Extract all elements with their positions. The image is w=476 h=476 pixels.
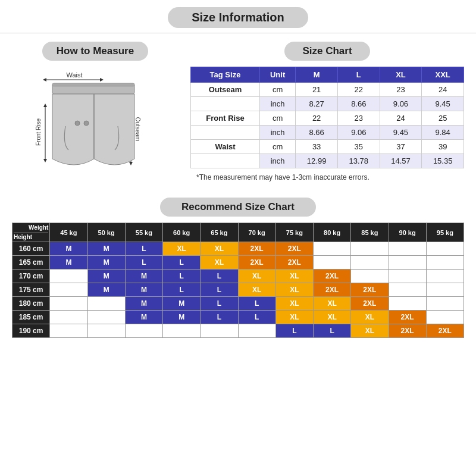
svg-rect-14: [52, 83, 134, 86]
table-row: inch8.669.069.459.84: [191, 126, 464, 140]
size-cell: [201, 324, 238, 338]
svg-text:Front Rise: Front Rise: [35, 118, 42, 146]
height-cell: 185 cm: [12, 311, 50, 324]
value-l: 8.66: [337, 97, 380, 111]
svg-point-16: [84, 121, 89, 126]
weight-header-cell: 70 kg: [238, 223, 275, 242]
measurement-note: *The measurement may have 1-3cm inaccura…: [190, 173, 464, 181]
weight-header-cell: 80 kg: [314, 223, 351, 242]
size-cell: [87, 297, 125, 311]
col-tag-size: Tag Size: [191, 67, 260, 83]
size-cell: M: [125, 297, 162, 311]
size-cell: [426, 297, 464, 311]
size-cell: L: [201, 297, 238, 311]
value-xxl: 9.84: [422, 126, 464, 140]
size-cell: XL: [351, 324, 389, 338]
size-cell: M: [87, 270, 125, 283]
top-section: How to Measure Waist Outseam Front Rise: [0, 42, 476, 186]
size-cell: [426, 270, 464, 283]
weight-header-cell: 55 kg: [125, 223, 162, 242]
weight-header-cell: 90 kg: [389, 223, 426, 242]
height-cell: 160 cm: [12, 242, 50, 256]
how-to-measure-label: How to Measure: [42, 42, 148, 61]
weight-header-cell: 45 kg: [50, 223, 87, 242]
size-cell: M: [125, 311, 162, 324]
value-xxl: 39: [422, 140, 464, 154]
col-l: L: [337, 67, 380, 83]
size-cell: XL: [314, 297, 351, 311]
recommend-row: 165 cmMMLLXL2XL2XL: [12, 256, 464, 270]
size-table-header-row: Tag Size Unit M L XL XXL: [191, 67, 464, 83]
weight-header-cell: 65 kg: [201, 223, 238, 242]
recommend-row: 190 cmLLXL2XL2XL: [12, 324, 464, 338]
size-cell: 2XL: [351, 297, 389, 311]
size-cell: L: [238, 297, 275, 311]
weight-header-cell: 95 kg: [426, 223, 464, 242]
title-section: Size Information: [0, 0, 476, 33]
size-cell: XL: [238, 283, 275, 297]
recommend-row: 185 cmMMLLXLXLXL2XL: [12, 311, 464, 324]
size-cell: XL: [163, 242, 201, 256]
size-cell: L: [201, 270, 238, 283]
value-l: 9.06: [337, 126, 380, 140]
height-cell: 165 cm: [12, 256, 50, 270]
size-cell: XL: [275, 283, 313, 297]
measurement-cell: [191, 154, 260, 168]
size-cell: [87, 311, 125, 324]
size-cell: [351, 242, 389, 256]
value-m: 21: [296, 83, 338, 97]
size-cell: L: [125, 256, 162, 270]
size-cell: XL: [314, 311, 351, 324]
value-m: 8.27: [296, 97, 338, 111]
unit-cell: cm: [259, 140, 295, 154]
size-cell: M: [87, 256, 125, 270]
corner-cell: WeightHeight: [12, 223, 50, 242]
size-cell: [50, 297, 87, 311]
size-cell: 2XL: [314, 283, 351, 297]
size-cell: L: [125, 242, 162, 256]
size-cell: [426, 283, 464, 297]
height-cell: 180 cm: [12, 297, 50, 311]
size-cell: [426, 311, 464, 324]
recommend-row: 170 cmMMLLXLXL2XL: [12, 270, 464, 283]
svg-text:Waist: Waist: [66, 71, 82, 79]
size-cell: L: [275, 324, 313, 338]
value-l: 13.78: [337, 154, 380, 168]
measurement-cell: Waist: [191, 140, 260, 154]
size-cell: M: [50, 242, 87, 256]
unit-cell: inch: [259, 126, 295, 140]
unit-cell: inch: [259, 154, 295, 168]
height-cell: 190 cm: [12, 324, 50, 338]
svg-point-15: [75, 121, 80, 126]
size-chart-panel: Size Chart Tag Size Unit M L XL XXL Outs…: [190, 42, 464, 186]
size-cell: XL: [275, 270, 313, 283]
page-title: Size Information: [168, 7, 308, 28]
recommend-section: Recommend Size Chart WeightHeight45 kg50…: [0, 192, 476, 344]
value-l: 23: [337, 111, 380, 126]
weight-header-cell: 75 kg: [275, 223, 313, 242]
size-cell: XL: [238, 270, 275, 283]
svg-marker-10: [43, 104, 47, 107]
unit-cell: inch: [259, 97, 295, 111]
page-wrapper: Size Information How to Measure Waist Ou…: [0, 0, 476, 344]
value-xxl: 25: [422, 111, 464, 126]
size-cell: L: [238, 311, 275, 324]
size-cell: M: [50, 256, 87, 270]
size-cell: [389, 297, 426, 311]
size-cell: [50, 270, 87, 283]
size-cell: [50, 283, 87, 297]
size-cell: XL: [201, 242, 238, 256]
size-cell: 2XL: [238, 242, 275, 256]
value-xl: 24: [380, 111, 422, 126]
measurement-cell: [191, 126, 260, 140]
svg-marker-2: [43, 78, 46, 82]
size-cell: [125, 324, 162, 338]
size-cell: L: [314, 324, 351, 338]
weight-header-cell: 60 kg: [163, 223, 201, 242]
size-cell: M: [163, 297, 201, 311]
size-table: Tag Size Unit M L XL XXL Outseamcm212223…: [190, 67, 464, 168]
size-cell: [351, 270, 389, 283]
size-cell: [314, 256, 351, 270]
col-xxl: XXL: [422, 67, 464, 83]
size-cell: [426, 256, 464, 270]
